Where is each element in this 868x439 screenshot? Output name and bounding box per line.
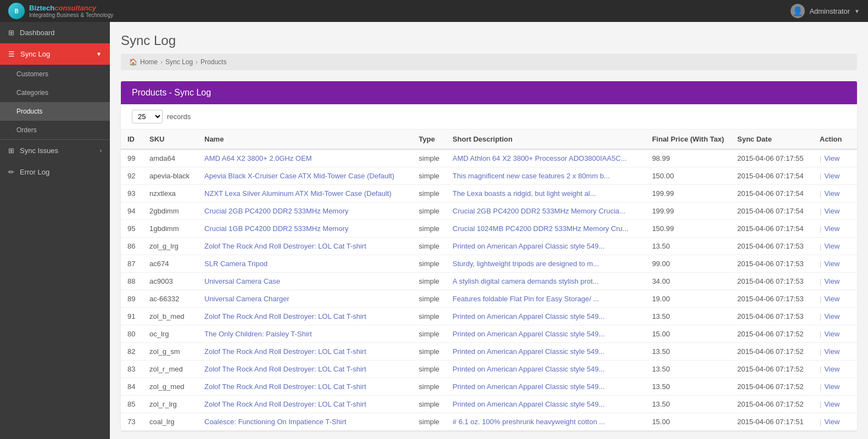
cell-price: 150.99 [646,220,731,238]
table-container: 25 10 50 100 records ID SKU Name Type Sh… [121,104,857,431]
cell-description: Crucial 2GB PC4200 DDR2 533MHz Memory Cr… [446,202,646,220]
user-dropdown-icon: ▼ [854,8,860,14]
view-button[interactable]: View [824,295,839,303]
col-header-id: ID [121,130,143,149]
table-row: 82 zol_g_sm Zolof The Rock And Roll Dest… [121,343,857,361]
cell-sku: zol_b_med [143,308,198,325]
product-link[interactable]: Zolof The Rock And Roll Destroyer: LOL C… [204,365,366,373]
product-link[interactable]: Apevia Black X-Cruiser Case ATX Mid-Towe… [204,172,394,180]
cell-id: 84 [121,378,143,396]
chevron-down-icon: ▼ [96,51,102,57]
view-button[interactable]: View [824,242,839,250]
cell-action: |View [813,255,857,273]
cell-date: 2015-04-06 07:17:52 [731,325,813,343]
logo-icon: B [8,3,25,19]
table-row: 87 ac674 SLR Camera Tripod simple Sturdy… [121,255,857,273]
product-link[interactable]: Crucial 1GB PC4200 DDR2 533MHz Memory [204,224,348,233]
product-link[interactable]: Universal Camera Case [204,277,280,285]
action-separator: | [820,207,821,215]
cell-id: 92 [121,167,143,185]
cell-action: |View [813,325,857,343]
cell-name: Zolof The Rock And Roll Destroyer: LOL C… [198,378,412,396]
sidebar-item-sync-log[interactable]: ☰ Sync Log ▼ [0,43,110,65]
cell-name: SLR Camera Tripod [198,255,412,273]
cell-type: simple [412,273,446,290]
user-name: Adminstrator [809,7,850,15]
view-button[interactable]: View [824,347,839,356]
action-separator: | [820,154,821,162]
cell-type: simple [412,308,446,325]
cell-sku: amda64 [143,149,198,167]
cell-action: |View [813,273,857,290]
view-button[interactable]: View [824,312,839,320]
breadcrumb-synclog[interactable]: Sync Log [165,58,193,66]
sidebar-item-customers[interactable]: Customers [0,65,110,83]
view-button[interactable]: View [824,154,839,162]
user-menu[interactable]: 👤 Adminstrator ▼ [791,4,860,18]
product-link[interactable]: Zolof The Rock And Roll Destroyer: LOL C… [204,242,366,250]
logo-area: B Biztechconsultancy Integrating Busines… [8,3,113,19]
view-button[interactable]: View [824,224,839,233]
table-row: 95 1gbdimm Crucial 1GB PC4200 DDR2 533MH… [121,220,857,238]
view-button[interactable]: View [824,382,839,391]
view-button[interactable]: View [824,400,839,408]
records-per-page-select[interactable]: 25 10 50 100 [132,110,163,123]
cell-description: # 6.1 oz. 100% preshrunk heavyweight cot… [446,413,646,431]
cell-date: 2015-04-06 07:17:54 [731,167,813,185]
sidebar-item-products[interactable]: Products [0,102,110,121]
breadcrumb-separator-2: › [196,58,198,66]
view-button[interactable]: View [824,330,839,338]
sidebar-item-dashboard[interactable]: ⊞ Dashboard [0,22,110,43]
product-link[interactable]: Zolof The Rock And Roll Destroyer: LOL C… [204,347,366,356]
cell-name: Zolof The Rock And Roll Destroyer: LOL C… [198,308,412,325]
sidebar-item-categories[interactable]: Categories [0,83,110,102]
product-link[interactable]: SLR Camera Tripod [204,260,268,268]
records-label: records [167,112,191,121]
product-link[interactable]: The Only Children: Paisley T-Shirt [204,330,312,338]
sidebar-item-label: Categories [16,89,48,97]
sidebar: ⊞ Dashboard ☰ Sync Log ▼ Customers Categ… [0,22,110,439]
product-link[interactable]: Zolof The Rock And Roll Destroyer: LOL C… [204,382,366,391]
cell-action: |View [813,149,857,167]
cell-sku: zol_r_med [143,361,198,378]
cell-name: Zolof The Rock And Roll Destroyer: LOL C… [198,343,412,361]
view-button[interactable]: View [824,189,839,198]
action-separator: | [820,365,821,373]
cell-price: 199.99 [646,185,731,202]
table-header-row: ID SKU Name Type Short Description Final… [121,130,857,149]
cell-date: 2015-04-06 07:17:53 [731,255,813,273]
cell-description: Printed on American Apparel Classic styl… [446,361,646,378]
breadcrumb: 🏠 Home › Sync Log › Products [121,54,857,70]
cell-id: 73 [121,413,143,431]
table-row: 73 coal_lrg Coalesce: Functioning On Imp… [121,413,857,431]
sidebar-item-orders[interactable]: Orders [0,121,110,139]
cell-name: Zolof The Rock And Roll Destroyer: LOL C… [198,361,412,378]
breadcrumb-home[interactable]: Home [140,58,158,66]
product-link[interactable]: NZXT Lexa Silver Aluminum ATX Mid-Tower … [204,189,392,198]
product-link[interactable]: Universal Camera Charger [204,295,290,303]
cell-type: simple [412,167,446,185]
view-button[interactable]: View [824,172,839,180]
product-link[interactable]: Zolof The Rock And Roll Destroyer: LOL C… [204,312,366,320]
cell-date: 2015-04-06 07:17:55 [731,149,813,167]
view-button[interactable]: View [824,418,839,426]
sidebar-item-error-log[interactable]: ✏ Error Log [0,161,110,183]
product-link[interactable]: Crucial 2GB PC4200 DDR2 533MHz Memory [204,207,348,215]
cell-description: Printed on American Apparel Classic styl… [446,343,646,361]
cell-description: Printed on American Apparel Classic styl… [446,378,646,396]
product-link[interactable]: AMD A64 X2 3800+ 2.0GHz OEM [204,154,311,162]
cell-type: simple [412,220,446,238]
view-button[interactable]: View [824,365,839,373]
product-link[interactable]: Zolof The Rock And Roll Destroyer: LOL C… [204,400,366,408]
view-button[interactable]: View [824,260,839,268]
cell-id: 99 [121,149,143,167]
table-row: 94 2gbdimm Crucial 2GB PC4200 DDR2 533MH… [121,202,857,220]
action-separator: | [820,189,821,198]
view-button[interactable]: View [824,277,839,285]
col-header-action: Action [813,130,857,149]
view-button[interactable]: View [824,207,839,215]
sidebar-item-sync-issues[interactable]: ⊞ Sync Issues › [0,140,110,161]
product-link[interactable]: Coalesce: Functioning On Impatience T-Sh… [204,418,346,426]
cell-sku: nzxtlexa [143,185,198,202]
cell-price: 13.50 [646,361,731,378]
